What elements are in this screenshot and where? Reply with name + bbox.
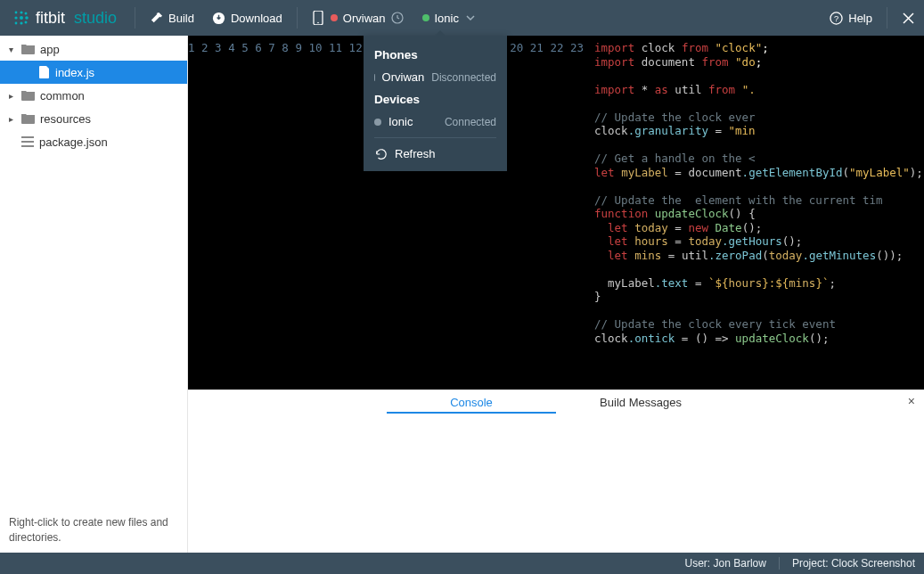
chevron-right-icon: ▸ <box>5 114 16 124</box>
code-body[interactable]: import clock from "clock"; import docume… <box>591 36 923 390</box>
svg-point-1 <box>14 16 17 19</box>
device-row-dot <box>374 119 381 126</box>
status-user: User: Jon Barlow <box>685 557 766 570</box>
device-row-name: Ionic <box>388 115 437 128</box>
phone-icon <box>312 12 325 25</box>
fitbit-logo-icon <box>12 9 30 27</box>
tree-folder-app[interactable]: ▾ app <box>0 37 187 61</box>
svg-point-0 <box>15 12 18 14</box>
svg-point-3 <box>20 11 22 13</box>
svg-rect-15 <box>21 136 34 138</box>
svg-point-7 <box>25 12 28 15</box>
tab-underline <box>387 412 556 414</box>
status-project: Project: Clock Screenshot <box>792 557 915 570</box>
tree-label: common <box>40 89 85 102</box>
logo-product: studio <box>74 9 117 28</box>
tab-build-messages[interactable]: Build Messages <box>556 392 725 413</box>
device-row[interactable]: Ionic Connected <box>364 110 507 134</box>
svg-point-6 <box>25 16 29 20</box>
tab-console[interactable]: Console <box>387 392 556 413</box>
phone-status-dot <box>331 14 338 21</box>
build-label: Build <box>168 12 194 25</box>
svg-point-2 <box>15 22 18 25</box>
tree-folder-common[interactable]: ▸ common <box>0 84 187 107</box>
phone-row[interactable]: Orviwan Disconnected <box>364 65 507 89</box>
svg-rect-16 <box>21 141 34 143</box>
devices-header: Devices <box>364 89 507 110</box>
device-row-status: Connected <box>445 116 496 128</box>
tree-file-index[interactable]: index.js <box>0 61 187 84</box>
dropdown-separator <box>374 137 496 138</box>
logo-brand: fitbit <box>36 9 65 28</box>
tree-label: resources <box>40 112 91 126</box>
device-selector[interactable]: Ionic <box>413 0 487 36</box>
help-icon: ? <box>830 12 843 25</box>
console-body[interactable] <box>188 414 924 553</box>
refresh-icon <box>374 147 388 160</box>
help-button[interactable]: ? Help <box>821 0 881 36</box>
status-separator <box>779 557 780 570</box>
toolbar: fitbit studio Build Download Orviwan Ion… <box>0 0 924 36</box>
chevron-down-icon: ▾ <box>5 45 16 54</box>
code-editor[interactable]: 1 2 3 4 5 6 7 8 9 10 11 12 13 14 15 16 1… <box>188 36 924 390</box>
list-icon <box>21 136 34 147</box>
phones-header: Phones <box>364 45 507 65</box>
svg-point-8 <box>25 21 28 24</box>
phone-selector[interactable]: Orviwan <box>303 0 413 36</box>
tree-label: index.js <box>55 66 94 79</box>
svg-point-11 <box>318 22 320 24</box>
sidebar: ▾ app index.js ▸ common ▸ resources pack… <box>0 36 188 553</box>
device-status-dot <box>422 14 429 21</box>
hammer-icon <box>150 12 163 25</box>
toolbar-divider <box>297 7 298 29</box>
close-button[interactable] <box>893 0 924 36</box>
folder-icon <box>21 44 35 54</box>
svg-rect-17 <box>21 145 34 147</box>
sidebar-hint: Right-click to create new files and dire… <box>0 507 187 553</box>
tree-label: app <box>40 43 60 56</box>
logo: fitbit studio <box>0 9 129 28</box>
folder-icon <box>21 113 35 124</box>
help-label: Help <box>848 12 872 25</box>
svg-point-4 <box>20 16 23 20</box>
bottom-panel: Console Build Messages × <box>188 390 924 553</box>
tree-label: package.json <box>39 135 108 149</box>
file-icon <box>39 66 50 78</box>
editor-area: 1 2 3 4 5 6 7 8 9 10 11 12 13 14 15 16 1… <box>188 36 924 553</box>
file-tree: ▾ app index.js ▸ common ▸ resources pack… <box>0 36 187 507</box>
toolbar-divider <box>887 7 887 29</box>
refresh-row[interactable]: Refresh <box>364 142 507 166</box>
phone-row-name: Orviwan <box>382 70 425 84</box>
refresh-label: Refresh <box>395 147 436 160</box>
folder-icon <box>21 90 35 101</box>
panel-close-icon[interactable]: × <box>908 394 915 408</box>
phone-name: Orviwan <box>343 12 386 25</box>
svg-point-5 <box>20 21 22 24</box>
clock-icon <box>391 12 405 25</box>
phone-row-status: Disconnected <box>431 71 496 84</box>
toolbar-divider <box>135 7 135 29</box>
chevron-right-icon: ▸ <box>5 91 16 101</box>
svg-text:?: ? <box>834 14 838 23</box>
download-label: Download <box>231 12 282 25</box>
tree-folder-resources[interactable]: ▸ resources <box>0 107 187 130</box>
download-button[interactable]: Download <box>203 0 291 36</box>
device-name: Ionic <box>435 12 459 25</box>
statusbar: User: Jon Barlow Project: Clock Screensh… <box>0 553 924 574</box>
chevron-down-icon <box>464 12 478 25</box>
connection-dropdown: Phones Orviwan Disconnected Devices Ioni… <box>364 36 507 171</box>
build-button[interactable]: Build <box>141 0 203 36</box>
phone-row-dot <box>374 74 375 81</box>
tree-file-package[interactable]: package.json <box>0 130 187 153</box>
download-icon <box>212 12 225 25</box>
close-icon <box>902 12 915 25</box>
